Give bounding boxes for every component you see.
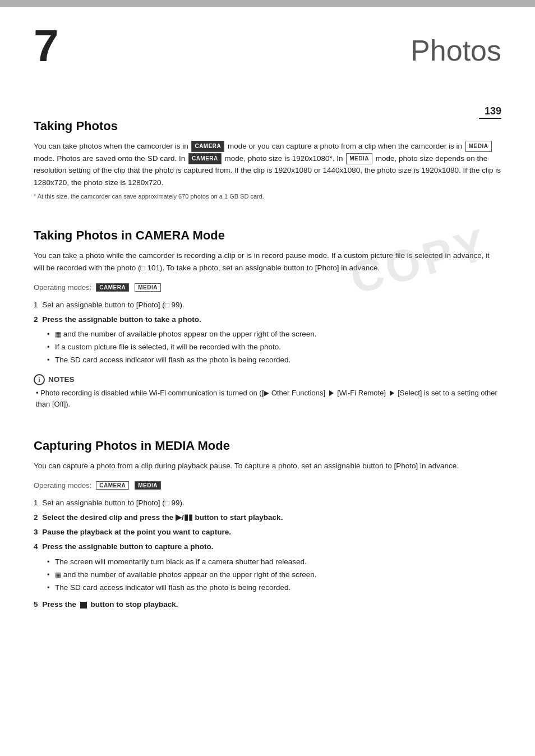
bullet-camera-3: The SD card access indicator will flash … — [47, 354, 501, 366]
mode-badge-camera-2: CAMERA — [188, 153, 222, 164]
bullet-media-3: The SD card access indicator will flash … — [47, 582, 501, 594]
media-mode-body: You can capture a photo from a clip duri… — [34, 460, 501, 472]
mode-badge-camera-active: CAMERA — [96, 283, 129, 292]
info-circle-icon: i — [34, 374, 45, 385]
chapter-title: Photos — [411, 34, 501, 67]
camera-mode-body: You can take a photo while the camcorder… — [34, 250, 501, 274]
taking-photos-body: You can take photos when the camcorder i… — [34, 140, 501, 188]
bullet-media-1: The screen will momentarily turn black a… — [47, 556, 501, 568]
step-2-media: 2 Select the desired clip and press the … — [34, 512, 501, 523]
step-5-media: 5 Press the button to stop playback. — [34, 599, 501, 610]
page-number: 139 — [485, 105, 501, 117]
section-title-media-mode: Capturing Photos in MEDIA Mode — [34, 439, 501, 453]
step-1-media: 1 Set an assignable button to [Photo] (□… — [34, 497, 501, 509]
section-title-taking-photos: Taking Photos — [34, 119, 501, 133]
mode-badge-media-2: MEDIA — [346, 153, 372, 164]
step-4-media: 4 Press the assignable button to capture… — [34, 541, 501, 552]
step-4-media-text: Press the assignable button to capture a… — [42, 542, 213, 551]
main-content: Taking Photos You can take photos when t… — [0, 68, 535, 637]
page-container: 7 Photos 139 COPY Taking Photos You can … — [0, 0, 535, 756]
section-title-camera-mode: Taking Photos in CAMERA Mode — [34, 228, 501, 243]
top-bar — [0, 0, 535, 7]
bullet-camera-2: If a custom picture file is selected, it… — [47, 342, 501, 353]
bullet-media-2: ▦ and the number of available photos app… — [47, 569, 501, 581]
mode-badge-media-1: MEDIA — [465, 141, 492, 152]
divider-2 — [34, 421, 501, 422]
step-2-camera-text: Press the assignable button to take a ph… — [42, 315, 201, 324]
arrow-icon-2 — [390, 390, 394, 396]
notes-body-camera: • Photo recording is disabled while Wi-F… — [36, 388, 501, 410]
mode-badge-camera-inactive: CAMERA — [96, 481, 129, 490]
chapter-number: 7 — [34, 24, 59, 68]
photo-icon-2: ▦ — [55, 570, 61, 580]
taking-photos-footnote: * At this size, the camcorder can save a… — [34, 193, 501, 200]
photo-icon-1: ▦ — [55, 329, 61, 340]
step-2-camera: 2 Press the assignable button to take a … — [34, 314, 501, 325]
notes-section-camera: i NOTES • Photo recording is disabled wh… — [34, 374, 501, 410]
step-5-media-text: Press the button to stop playback. — [42, 600, 178, 609]
step-3-media-text: Pause the playback at the point you want… — [42, 528, 231, 536]
operating-modes-label-2: Operating modes: — [34, 481, 91, 490]
mode-badge-media-active: MEDIA — [135, 481, 161, 490]
step-1-camera: 1 Set an assignable button to [Photo] (□… — [34, 299, 501, 311]
section-media-mode: Capturing Photos in MEDIA Mode You can c… — [34, 439, 501, 611]
notes-label-camera: NOTES — [48, 375, 75, 384]
step-2-media-text: Select the desired clip and press the ▶/… — [42, 513, 283, 522]
page-number-line — [479, 118, 501, 119]
operating-modes-media: Operating modes: CAMERA MEDIA — [34, 481, 501, 490]
section-camera-mode: Taking Photos in CAMERA Mode You can tak… — [34, 228, 501, 410]
camera-bullet-list: ▦ and the number of available photos app… — [47, 329, 501, 366]
mode-badge-media-inactive: MEDIA — [135, 283, 161, 292]
chapter-header: 7 Photos — [0, 7, 535, 68]
arrow-icon-1 — [329, 390, 334, 396]
notes-header-camera: i NOTES — [34, 374, 501, 385]
step-3-media: 3 Pause the playback at the point you wa… — [34, 527, 501, 538]
stop-button-icon — [80, 602, 87, 609]
mode-badge-camera-1: CAMERA — [191, 141, 224, 152]
bullet-camera-1: ▦ and the number of available photos app… — [47, 329, 501, 340]
operating-modes-label-1: Operating modes: — [34, 283, 91, 292]
operating-modes-camera: Operating modes: CAMERA MEDIA — [34, 283, 501, 292]
media-bullet-list: The screen will momentarily turn black a… — [47, 556, 501, 594]
section-taking-photos: Taking Photos You can take photos when t… — [34, 119, 501, 200]
divider-1 — [34, 211, 501, 211]
